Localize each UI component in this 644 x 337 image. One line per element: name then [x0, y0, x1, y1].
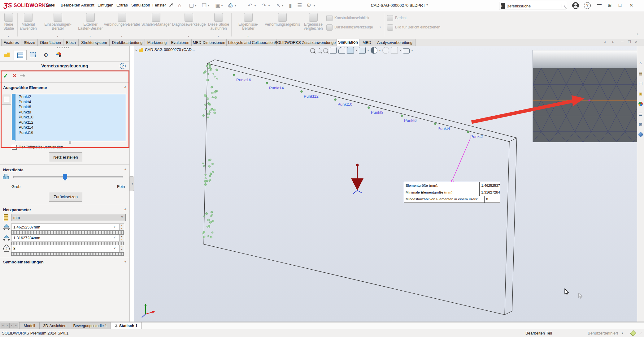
- point-label[interactable]: Punkt4: [437, 126, 450, 131]
- redo-dropdown[interactable]: ▾: [268, 4, 270, 7]
- include-image-for-report-button[interactable]: Bild für Bericht einbeziehen: [395, 25, 440, 29]
- panel-drag-handle[interactable]: [57, 47, 70, 48]
- tab-mbd[interactable]: MBD: [360, 39, 374, 46]
- print-dropdown[interactable]: ▾: [235, 4, 236, 7]
- point-label[interactable]: Punkt10: [337, 102, 352, 107]
- file-explorer-icon[interactable]: ❒: [638, 81, 643, 86]
- doc-close-icon[interactable]: ✕: [635, 40, 637, 44]
- results-flyout[interactable]: ▾: [247, 35, 249, 38]
- open-document-icon[interactable]: ❒: [202, 2, 207, 9]
- file-properties-icon[interactable]: ☰: [297, 2, 302, 9]
- diagnostic-flyout[interactable]: ▾: [188, 35, 189, 38]
- search-input[interactable]: [506, 3, 562, 9]
- hide-show-dropdown[interactable]: ▾: [379, 49, 381, 52]
- pin-menu-icon[interactable]: [169, 2, 174, 8]
- run-this-study-button[interactable]: Diese Studie ausführen: [207, 13, 230, 31]
- cancel-button[interactable]: ✕: [12, 73, 17, 79]
- undo-dropdown[interactable]: ▾: [255, 4, 256, 7]
- tab-solidworks-zusatzanwendungen[interactable]: SOLIDWORKS Zusatzanwendungen: [276, 39, 336, 46]
- menu-simulation[interactable]: Simulation: [131, 3, 150, 7]
- graphics-viewport[interactable]: Punkt16 Punkt14 Punkt12 Punkt10 Punkt8 P…: [134, 46, 637, 322]
- edit-appearance-icon[interactable]: [382, 47, 389, 54]
- new-document-icon[interactable]: ▢: [189, 2, 194, 9]
- tab-skizze[interactable]: Skizze: [21, 39, 38, 46]
- viewport-next-icon[interactable]: ▸: [612, 40, 614, 44]
- list-item[interactable]: Punkt6: [16, 105, 126, 110]
- mesh-density-slider-track[interactable]: [13, 176, 123, 178]
- solidworks-forum-icon[interactable]: [638, 132, 643, 137]
- doc-restore-icon[interactable]: ❐: [628, 40, 631, 44]
- list-item[interactable]: Punkt14: [16, 125, 126, 130]
- tab-markierung[interactable]: Markierung: [145, 39, 169, 46]
- fixtures-flyout[interactable]: ▾: [57, 35, 58, 38]
- options-dropdown[interactable]: ▾: [314, 4, 315, 7]
- report-button[interactable]: Bericht: [395, 16, 407, 20]
- tab-mbd-dimensionen[interactable]: MBD-Dimensionen: [191, 39, 227, 46]
- connections-advisor-button[interactable]: Verbindungen-Berater: [103, 13, 141, 27]
- custom-properties-icon[interactable]: ☰: [638, 111, 643, 117]
- breadcrumb-expand-icon[interactable]: ▸: [136, 48, 137, 52]
- maximize-button[interactable]: □: [619, 2, 621, 8]
- point-label[interactable]: Punkt8: [371, 110, 383, 115]
- section-view-icon[interactable]: [330, 47, 337, 54]
- list-item[interactable]: Punkt10: [16, 115, 126, 120]
- tab-nav-prev-icon[interactable]: ‹: [5, 323, 10, 328]
- new-study-flyout[interactable]: ▾: [8, 35, 9, 38]
- run-study-flyout[interactable]: ▾: [218, 35, 219, 38]
- mesh-density-slider-handle[interactable]: [63, 174, 67, 181]
- appearances-scenes-icon[interactable]: [638, 101, 643, 107]
- pm-help-icon[interactable]: ?: [120, 63, 126, 69]
- tab-nav-last-icon[interactable]: »: [14, 323, 18, 328]
- symbol-settings-expand-chevron[interactable]: ˅: [124, 260, 126, 264]
- keep-visible-pin-icon[interactable]: [19, 74, 25, 78]
- tab-display-manager[interactable]: [53, 50, 65, 59]
- tab-evaluieren[interactable]: Evaluieren: [169, 39, 191, 46]
- tab-analysevorbereitung[interactable]: Analysevorbereitung: [374, 39, 416, 46]
- pack-and-go-icon[interactable]: ⊞: [638, 122, 643, 127]
- view-orientation-dropdown[interactable]: ▾: [356, 49, 357, 52]
- tab-features[interactable]: Features: [1, 39, 21, 46]
- new-document-dropdown[interactable]: ▾: [195, 4, 196, 7]
- design-insight-button[interactable]: Konstruktionseinblick: [334, 16, 369, 20]
- redo-icon[interactable]: ↷: [262, 2, 266, 9]
- help-icon[interactable]: ?: [584, 2, 591, 9]
- list-item[interactable]: Punkt16: [16, 130, 126, 135]
- hide-show-items-icon[interactable]: [371, 47, 377, 54]
- selected-entities-list[interactable]: Punkt2 Punkt4 Punkt6 Punkt8 Punkt10 Punk…: [15, 94, 126, 141]
- select-cursor-icon[interactable]: ↖: [276, 2, 281, 9]
- apply-scene-dropdown[interactable]: ▾: [400, 49, 401, 52]
- point-label[interactable]: Punkt2: [470, 134, 483, 139]
- zoom-to-fit-icon[interactable]: [310, 48, 315, 53]
- resize-grip[interactable]: ⋰: [639, 332, 642, 335]
- tab-nav-next-icon[interactable]: ›: [9, 323, 14, 328]
- rebuild-icon[interactable]: ▮: [289, 2, 292, 9]
- search-magnifier-icon[interactable]: [562, 4, 562, 8]
- design-library-icon[interactable]: ▤: [638, 70, 643, 76]
- viewport-prev-icon[interactable]: ◂: [604, 40, 606, 44]
- tab-struktursystem[interactable]: Struktursystem: [79, 39, 110, 46]
- tab-configuration-manager[interactable]: [27, 50, 39, 59]
- print-icon[interactable]: ⎙: [228, 2, 233, 9]
- collapse-ribbon-chevron[interactable]: ˄: [637, 32, 638, 36]
- fixtures-advisor-button[interactable]: Einspannungen-Berater: [38, 13, 77, 31]
- per-part-size-checkbox[interactable]: [12, 145, 17, 150]
- list-item[interactable]: Punkt2: [16, 94, 126, 100]
- save-icon[interactable]: ▣: [215, 2, 220, 9]
- menu-ansicht[interactable]: Ansicht: [81, 3, 94, 7]
- diagnostic-tools-button[interactable]: Diagnosewerkzeuge: [172, 13, 206, 27]
- taskpane-home-icon[interactable]: ⌂: [638, 60, 643, 66]
- list-resize-handle[interactable]: [69, 141, 71, 144]
- apply-material-button[interactable]: Material anwenden: [19, 13, 38, 31]
- user-account-icon[interactable]: [572, 2, 579, 9]
- tab-direktbearbeitung[interactable]: Direktbearbeitung: [110, 39, 145, 46]
- zoom-to-area-icon[interactable]: [317, 48, 321, 53]
- elements-in-circle-spinner[interactable]: ▲▼: [120, 245, 124, 252]
- tag-icon[interactable]: [630, 330, 636, 336]
- tab-3d-ansichten[interactable]: 3D-Ansichten: [40, 322, 70, 329]
- deformation-result-button[interactable]: Verformungsergebnis: [264, 13, 300, 27]
- tab-modell[interactable]: Modell: [19, 322, 40, 329]
- plot-tools-button[interactable]: Darstellungswerkzeuge: [334, 25, 373, 29]
- close-button[interactable]: ✕: [629, 2, 633, 8]
- reset-button[interactable]: Zurücksetzen: [49, 192, 82, 202]
- create-mesh-button[interactable]: Netz erstellen: [49, 152, 82, 162]
